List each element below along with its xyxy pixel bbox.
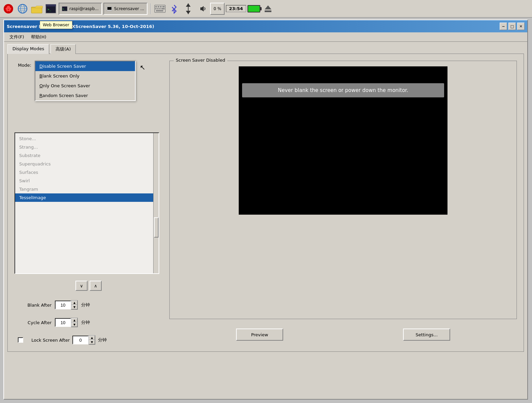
dropdown-menu: Disable Screen Saver Blank Screen Only O…	[35, 61, 136, 101]
blank-after-spin: ▲ ▼	[55, 300, 78, 310]
list-scrollbar[interactable]	[153, 133, 159, 273]
mode-row: Mode: Disable Screen Saver Blank Screen …	[14, 61, 163, 68]
scroll-down-button[interactable]: ∨	[75, 281, 88, 291]
lock-after-label: Lock Screen After	[26, 338, 70, 343]
raspberry-icon[interactable]	[2, 2, 15, 15]
svg-rect-19	[107, 7, 111, 10]
menu-bar: 文件(F) 帮助(H)	[4, 32, 527, 42]
svg-rect-31	[265, 10, 271, 12]
title-bar: Screensaver Preferences (XScreenSaver 5.…	[4, 20, 527, 32]
svg-rect-14	[46, 4, 56, 6]
list-item-surfaces[interactable]: Surfaces	[15, 168, 159, 177]
dropdown-option-random[interactable]: Random Screen Saver	[35, 91, 135, 100]
network-icon[interactable]	[182, 2, 195, 15]
lock-after-unit: 分钟	[98, 337, 107, 343]
blank-after-unit: 分钟	[81, 302, 90, 308]
terminal-taskbar-btn[interactable]: >_ raspi@raspb...	[59, 3, 102, 15]
svg-rect-23	[160, 6, 162, 7]
svg-rect-21	[155, 6, 157, 7]
title-controls: − □ ✕	[500, 23, 525, 30]
svg-point-5	[8, 9, 10, 11]
file-menu[interactable]: 文件(F)	[7, 33, 27, 41]
bluetooth-icon[interactable]	[168, 2, 180, 15]
lock-after-input[interactable]	[72, 336, 89, 344]
globe-icon[interactable]	[16, 2, 29, 15]
taskbar: >_ >_ raspi@raspb... Screensaver ...	[0, 0, 532, 18]
volume-icon[interactable]	[196, 2, 209, 15]
blank-after-down[interactable]: ▼	[71, 305, 77, 309]
list-item-substrate[interactable]: Substrate	[15, 151, 159, 160]
right-panel: Screen Saver Disabled Never blank the sc…	[169, 61, 517, 345]
dropdown-option-one[interactable]: Only One Screen Saver	[35, 81, 135, 91]
left-panel: Mode: Disable Screen Saver Blank Screen …	[14, 61, 163, 345]
help-menu[interactable]: 帮助(H)	[28, 33, 49, 41]
folder-icon[interactable]	[30, 2, 43, 15]
screen-saver-group-label: Screen Saver Disabled	[174, 58, 227, 63]
dropdown-option-disable[interactable]: Disable Screen Saver	[35, 61, 135, 71]
blank-after-label: Blank After	[18, 303, 52, 308]
screensaver-btn-label: Screensaver ...	[114, 6, 144, 11]
scroll-up-button[interactable]: ∧	[90, 281, 102, 291]
cursor: ↖	[140, 63, 145, 71]
terminal-icon[interactable]: >_	[44, 2, 57, 15]
maximize-button[interactable]: □	[508, 23, 516, 30]
ud-buttons: ∨ ∧	[14, 281, 163, 291]
list-item-tangram[interactable]: Tangram	[15, 185, 159, 193]
lock-after-down[interactable]: ▼	[89, 340, 95, 344]
battery-icon	[247, 2, 260, 15]
minimize-button[interactable]: −	[500, 23, 507, 30]
svg-text:>_: >_	[47, 8, 51, 11]
lock-after-checkbox[interactable]	[18, 337, 23, 343]
lock-after-spin: ▲ ▼	[72, 335, 95, 345]
tab-content-display-modes: Mode: Disable Screen Saver Blank Screen …	[7, 54, 524, 352]
blank-after-spinner: ▲ ▼	[71, 300, 78, 310]
cycle-after-input[interactable]	[55, 318, 71, 327]
main-window: Screensaver Preferences (XScreenSaver 5.…	[3, 20, 528, 400]
cycle-after-label: Cycle After	[18, 320, 52, 325]
terminal-btn-label: raspi@raspb...	[69, 6, 99, 11]
svg-rect-24	[162, 6, 165, 7]
volume-percent[interactable]: 0 %	[210, 3, 225, 15]
clock: 23:54	[226, 5, 246, 12]
list-item-strange[interactable]: Strang...	[15, 143, 159, 151]
screensaver-tooltip: Never blank the screen or power down the…	[242, 83, 444, 97]
close-button[interactable]: ✕	[517, 23, 525, 30]
tab-display-modes[interactable]: Display Modes	[7, 44, 49, 54]
lock-after-spinner: ▲ ▼	[89, 335, 95, 345]
blank-after-up[interactable]: ▲	[71, 301, 77, 305]
svg-rect-22	[158, 6, 159, 7]
settings-button[interactable]: Settings...	[403, 329, 450, 341]
screensaver-taskbar-btn[interactable]: Screensaver ...	[103, 3, 148, 15]
list-items-container: Stone... Strang... Substrate Superquadri…	[15, 133, 159, 273]
taskbar-separator	[150, 3, 151, 14]
eject-icon[interactable]	[262, 2, 274, 15]
volume-value: 0 %	[213, 6, 221, 11]
svg-rect-12	[31, 7, 42, 13]
list-item-stone[interactable]: Stone...	[15, 134, 159, 143]
keyboard-icon[interactable]	[154, 2, 166, 15]
svg-rect-28	[161, 8, 165, 9]
cycle-after-spinner: ▲ ▼	[71, 318, 78, 327]
list-container: Stone... Strang... Substrate Superquadri…	[14, 132, 163, 274]
mode-label: Mode:	[14, 61, 31, 68]
screen-saver-group: Screen Saver Disabled Never blank the sc…	[169, 61, 517, 319]
screensaver-list[interactable]: Stone... Strang... Substrate Superquadri…	[14, 132, 159, 274]
svg-rect-26	[157, 8, 159, 9]
cycle-after-down[interactable]: ▼	[71, 322, 77, 327]
svg-text:>_: >_	[63, 8, 66, 10]
scroll-thumb[interactable]	[154, 217, 159, 238]
lock-after-up[interactable]: ▲	[89, 336, 95, 340]
preview-button[interactable]: Preview	[236, 329, 283, 341]
window-title: Screensaver Preferences (XScreenSaver 5.…	[7, 24, 154, 29]
cycle-after-unit: 分钟	[81, 319, 90, 326]
blank-after-input[interactable]	[55, 301, 71, 309]
web-browser-tooltip: Web Browser	[40, 21, 72, 29]
list-item-superquadrics[interactable]: Superquadrics	[15, 160, 159, 168]
dropdown-option-blank[interactable]: Blank Screen Only	[35, 71, 135, 81]
tab-advanced[interactable]: 高级(A)	[51, 44, 76, 54]
list-item-tesselimage[interactable]: TesselImage	[15, 193, 159, 202]
list-item-swirl[interactable]: Swirl	[15, 177, 159, 185]
svg-point-4	[6, 9, 8, 11]
cycle-after-up[interactable]: ▲	[71, 318, 77, 322]
blank-after-row: Blank After ▲ ▼ 分钟	[18, 300, 163, 310]
